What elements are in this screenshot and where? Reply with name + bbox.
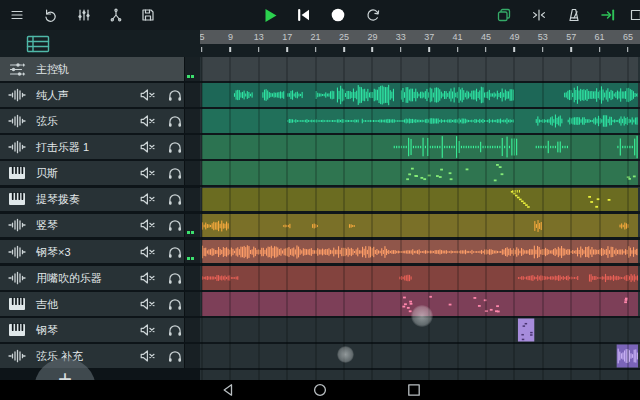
mixer-icon[interactable] [76, 7, 94, 25]
ruler-bar-label: 49 [509, 32, 519, 42]
clip-waveform-canvas [202, 161, 638, 185]
mute-button[interactable] [139, 270, 155, 286]
play-icon[interactable] [262, 7, 280, 25]
track-header-11[interactable]: 钢琴 [0, 318, 200, 342]
track-header-8[interactable]: 钢琴×3 [0, 240, 200, 264]
follow-playhead-icon[interactable] [600, 7, 618, 25]
clip-lane-4[interactable] [202, 135, 638, 159]
wave-track-icon [8, 140, 26, 155]
skip-to-start-icon[interactable] [296, 7, 314, 25]
monitor-headphones-button[interactable] [167, 165, 183, 181]
panel-toggle-icon[interactable] [630, 7, 640, 25]
mute-button[interactable] [139, 191, 155, 207]
wave-track-icon [8, 244, 26, 259]
master-track-icon [8, 61, 26, 76]
monitor-headphones-button[interactable] [167, 270, 183, 286]
track-meter [184, 83, 200, 107]
track-label: 主控轨 [36, 61, 69, 76]
duplicate-icon[interactable] [496, 7, 514, 25]
track-label: 竖琴 [36, 218, 58, 233]
timeline-ruler-ticks [200, 47, 640, 52]
clip-waveform-canvas [202, 188, 638, 212]
arrangement-grid[interactable] [200, 57, 640, 380]
menu-icon[interactable] [9, 7, 27, 25]
wave-track-icon [8, 114, 26, 129]
mute-button[interactable] [139, 87, 155, 103]
clip-lane-9[interactable] [202, 266, 638, 290]
track-header-2[interactable]: 纯人声 [0, 83, 200, 107]
clip-waveform-canvas [202, 240, 638, 264]
nav-back-button[interactable] [221, 383, 235, 397]
ruler-bar-label: 9 [228, 32, 233, 42]
monitor-headphones-button[interactable] [167, 139, 183, 155]
clip-lane-12[interactable] [202, 344, 638, 368]
track-header-5[interactable]: 贝斯 [0, 161, 200, 185]
monitor-headphones-button[interactable] [167, 244, 183, 260]
metronome-icon[interactable] [566, 7, 584, 25]
mute-button[interactable] [139, 165, 155, 181]
track-label: 贝斯 [36, 166, 58, 181]
timeline-ruler[interactable]: 591317212529333741454953576165 [200, 30, 640, 44]
track-header-1[interactable]: 主控轨 [0, 57, 200, 81]
clip-lane-6[interactable] [202, 188, 638, 212]
clip-lane-8[interactable] [202, 240, 638, 264]
nav-home-button[interactable] [313, 383, 327, 397]
mute-button[interactable] [139, 348, 155, 364]
clip-waveform-canvas [202, 83, 638, 107]
nav-recents-button[interactable] [407, 383, 421, 397]
mute-button[interactable] [139, 244, 155, 260]
android-navbar [0, 380, 640, 400]
track-header-3[interactable]: 弦乐 [0, 109, 200, 133]
touch-indicator [411, 305, 433, 327]
edit-tool-icon[interactable] [108, 7, 126, 25]
touch-indicator [337, 346, 354, 363]
track-meter [184, 188, 200, 212]
monitor-headphones-button[interactable] [167, 296, 183, 312]
monitor-headphones-button[interactable] [167, 113, 183, 129]
clip-lane-2[interactable] [202, 83, 638, 107]
monitor-headphones-button[interactable] [167, 322, 183, 338]
daw-app: 591317212529333741454953576165 主控轨纯人声弦乐打… [0, 0, 640, 400]
track-meter [184, 109, 200, 133]
ruler-bar-label: 41 [453, 32, 463, 42]
track-header-10[interactable]: 吉他 [0, 292, 200, 316]
loop-icon[interactable] [364, 7, 382, 25]
track-grid-view-icon[interactable] [26, 35, 50, 53]
monitor-headphones-button[interactable] [167, 348, 183, 364]
track-header-6[interactable]: 提琴拨奏 [0, 188, 200, 212]
piano-track-icon [8, 322, 26, 337]
record-icon[interactable] [330, 7, 348, 25]
track-meter [184, 161, 200, 185]
monitor-headphones-button[interactable] [167, 87, 183, 103]
track-header-7[interactable]: 竖琴 [0, 214, 200, 238]
save-icon[interactable] [140, 7, 158, 25]
track-header-9[interactable]: 用嘴吹的乐器 [0, 266, 200, 290]
wave-track-icon [8, 87, 26, 102]
wave-track-icon [8, 270, 26, 285]
track-meter [184, 292, 200, 316]
track-header-4[interactable]: 打击乐器 1 [0, 135, 200, 159]
ruler-bar-label: 25 [339, 32, 349, 42]
track-meter [184, 135, 200, 159]
mute-button[interactable] [139, 139, 155, 155]
mute-button[interactable] [139, 322, 155, 338]
mute-button[interactable] [139, 296, 155, 312]
track-label: 吉他 [36, 296, 58, 311]
mute-button[interactable] [139, 217, 155, 233]
meter-level-dots [187, 75, 195, 78]
undo-icon[interactable] [42, 7, 60, 25]
clip-lane-1[interactable] [202, 57, 638, 81]
clip-lane-7[interactable] [202, 214, 638, 238]
clip-lane-5[interactable] [202, 161, 638, 185]
monitor-headphones-button[interactable] [167, 217, 183, 233]
track-meter [184, 57, 200, 81]
clip-lane-3[interactable] [202, 109, 638, 133]
piano-track-icon [8, 296, 26, 311]
track-header-12[interactable]: 弦乐 补充 [0, 344, 200, 368]
track-label: 钢琴×3 [36, 244, 71, 259]
monitor-headphones-button[interactable] [167, 191, 183, 207]
top-toolbar [0, 0, 640, 30]
snap-icon[interactable] [531, 7, 549, 25]
piano-track-icon [8, 166, 26, 181]
mute-button[interactable] [139, 113, 155, 129]
